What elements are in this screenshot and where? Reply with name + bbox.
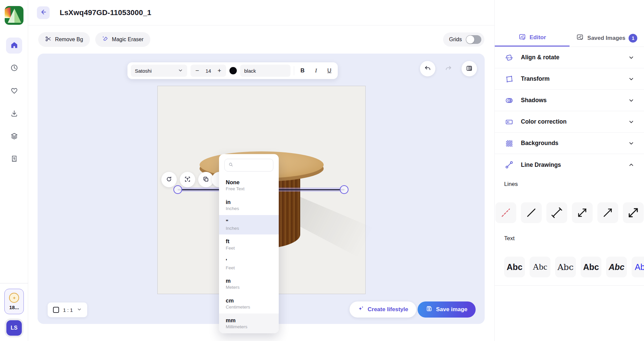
magic-eraser-button[interactable]: Magic Eraser <box>95 32 150 47</box>
grids-toggle[interactable] <box>466 35 481 44</box>
section-line-drawings[interactable]: Line Drawings <box>495 154 644 176</box>
unit-option-m[interactable]: m Meters <box>219 274 279 294</box>
sidebar-item-history[interactable] <box>6 60 22 76</box>
sidebar-item-home[interactable] <box>6 38 22 54</box>
measurement-endpoint-left[interactable] <box>173 185 182 194</box>
save-image-button[interactable]: Save image <box>418 301 476 318</box>
unit-option-in[interactable]: in Inches <box>219 195 279 215</box>
text-color-input[interactable]: black <box>240 65 290 77</box>
chevron-down-icon <box>629 119 634 125</box>
section-transform[interactable]: Transform <box>495 68 644 90</box>
text-style-serif[interactable]: Abc <box>530 257 550 277</box>
measurement-endpoint-right[interactable] <box>340 185 348 194</box>
sidebar: 18... LS <box>0 0 28 341</box>
tab-saved-images[interactable]: Saved Images 1 <box>570 29 644 47</box>
text-style-bold[interactable]: Abc <box>581 257 601 277</box>
receipt-icon <box>10 155 18 164</box>
coin-icon <box>9 293 19 303</box>
line-style-row <box>495 202 644 223</box>
sidebar-item-layers[interactable] <box>6 129 22 145</box>
panel-divider <box>495 285 644 286</box>
font-family-select[interactable]: Satoshi <box>131 65 187 77</box>
unit-option-ft[interactable]: ft Feet <box>219 234 279 254</box>
user-avatar[interactable]: LS <box>6 320 22 336</box>
chevron-down-icon <box>629 76 634 82</box>
chevron-down-icon <box>77 307 82 313</box>
text-format-toolbar: Satoshi − 14 + black B I U <box>127 62 338 79</box>
redo-icon <box>445 65 452 73</box>
lines-section-label: Lines <box>495 181 644 188</box>
editor-canvas[interactable]: Satoshi − 14 + black B I U <box>38 54 485 324</box>
sidebar-item-favorites[interactable] <box>6 83 22 99</box>
main-header: LsXwq497GD-11053000_1 <box>28 0 494 25</box>
bold-button[interactable]: B <box>298 65 308 77</box>
layers-icon <box>10 132 18 142</box>
font-family-value: Satoshi <box>135 68 152 74</box>
sidebar-item-downloads[interactable] <box>6 106 22 122</box>
heart-icon <box>10 86 18 96</box>
split-view-icon <box>466 65 473 73</box>
font-size-increase-button[interactable]: + <box>214 65 225 77</box>
sidebar-nav <box>0 38 28 167</box>
rotate-tool-button[interactable] <box>161 172 177 187</box>
line-drawings-icon <box>505 160 514 169</box>
text-frame-icon <box>184 176 191 184</box>
line-style-single-arrow[interactable] <box>597 202 618 223</box>
chevron-down-icon <box>629 55 634 60</box>
text-color-swatch[interactable] <box>229 67 237 74</box>
text-style-italic[interactable]: Abc <box>606 257 627 277</box>
toggle-knob <box>466 36 474 44</box>
text-select-tool-button[interactable] <box>180 172 195 187</box>
color-correction-icon <box>505 118 514 126</box>
app-logo[interactable] <box>5 6 23 25</box>
unit-option-mm[interactable]: mm Millimeters <box>219 314 279 333</box>
create-lifestyle-button[interactable]: Create lifestyle <box>350 301 416 318</box>
unit-option-inch-symbol[interactable]: " Inches <box>219 215 279 235</box>
home-icon <box>10 41 18 51</box>
unit-search-input[interactable] <box>236 162 270 168</box>
back-button[interactable] <box>37 6 50 19</box>
sidebar-item-billing[interactable] <box>6 151 22 167</box>
compare-panel-button[interactable] <box>462 61 477 76</box>
line-style-plain[interactable] <box>521 202 542 223</box>
history-tools <box>420 61 477 76</box>
transform-icon <box>505 75 514 83</box>
square-ratio-icon <box>53 307 59 313</box>
unit-option-none[interactable]: None Free Text <box>219 176 279 195</box>
section-backgrounds[interactable]: Backgrounds <box>495 133 644 154</box>
save-icon <box>426 305 433 314</box>
text-style-sans[interactable]: Abc <box>504 257 525 277</box>
backgrounds-icon <box>505 139 514 148</box>
underline-button[interactable]: U <box>324 65 334 77</box>
undo-button[interactable] <box>420 61 435 76</box>
unit-search[interactable] <box>224 159 273 172</box>
right-panel: Editor Saved Images 1 Align & rotate Tra… <box>494 0 644 341</box>
italic-button[interactable]: I <box>311 65 321 77</box>
line-style-double-arrow[interactable] <box>572 202 593 223</box>
editor-image-pen-icon <box>518 33 526 43</box>
text-style-blue[interactable]: Abc <box>632 257 644 277</box>
line-style-double-arrow-bold[interactable] <box>623 202 644 223</box>
section-color-correction[interactable]: Color correction <box>495 111 644 133</box>
chevron-down-icon <box>629 98 634 103</box>
unit-option-cm[interactable]: cm Centimeters <box>219 294 279 314</box>
text-style-serif-2[interactable]: Abc <box>555 257 576 277</box>
magic-eraser-icon <box>102 36 109 44</box>
redo-button[interactable] <box>441 61 456 76</box>
unit-option-feet-symbol[interactable]: ' Feet <box>219 254 279 274</box>
line-style-red-dashed[interactable] <box>495 202 516 223</box>
font-size-stepper: − 14 + <box>191 65 226 77</box>
chevron-down-icon <box>629 141 634 146</box>
saved-images-icon <box>576 33 584 43</box>
toolbar-divider <box>294 66 294 75</box>
tab-editor[interactable]: Editor <box>495 29 570 47</box>
section-shadows[interactable]: Shadows <box>495 90 644 111</box>
line-style-measure-caps[interactable] <box>546 202 567 223</box>
credits-button[interactable]: 18... <box>4 289 24 314</box>
section-align-rotate[interactable]: Align & rotate <box>495 47 644 68</box>
action-toolbar: Remove Bg Magic Eraser Grids <box>28 25 494 54</box>
aspect-ratio-select[interactable]: 1 : 1 <box>48 302 87 317</box>
magic-eraser-label: Magic Eraser <box>112 37 144 43</box>
font-size-decrease-button[interactable]: − <box>192 65 203 77</box>
remove-bg-button[interactable]: Remove Bg <box>38 32 90 47</box>
